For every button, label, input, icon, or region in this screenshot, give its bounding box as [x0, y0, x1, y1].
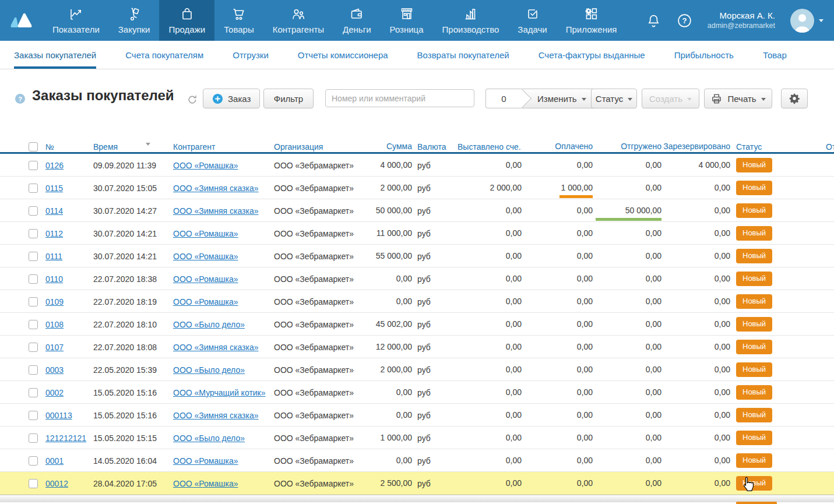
table-row[interactable]: 0112 30.07.2020 14:21 ООО «Ромашка» ООО … — [0, 222, 834, 245]
order-number-link[interactable]: 0107 — [45, 343, 64, 352]
nav-item-money[interactable]: Деньги — [333, 0, 380, 41]
counterparty-link[interactable]: ООО «Ромашка» — [173, 479, 238, 488]
status-badge[interactable]: Новый — [736, 158, 772, 172]
counterparty-link[interactable]: ООО «Зимняя сказка» — [173, 184, 259, 193]
status-badge[interactable]: Новый — [736, 385, 772, 400]
user-block[interactable]: Морская А. К. admin@zebramarket — [708, 10, 775, 30]
table-row[interactable]: 0111 30.07.2020 14:21 ООО «Ромашка» ООО … — [0, 245, 834, 267]
status-badge[interactable]: Новый — [736, 272, 772, 286]
row-checkbox[interactable] — [29, 274, 38, 284]
order-number-link[interactable]: 0108 — [45, 320, 64, 329]
filter-button[interactable]: Фильтр — [263, 89, 314, 108]
header-time[interactable]: Время — [93, 142, 173, 151]
table-row[interactable]: 0003 22.05.2020 15:39 ООО «Было дело» ОО… — [0, 358, 834, 381]
user-menu[interactable] — [790, 9, 824, 33]
order-number-link[interactable]: 0110 — [45, 274, 63, 284]
change-button[interactable]: Изменить — [522, 89, 596, 108]
header-organization[interactable]: Организация — [274, 142, 356, 151]
table-row[interactable]: 00012 28.04.2020 17:05 ООО «Ромашка» ООО… — [0, 472, 834, 495]
nav-item-apps[interactable]: Приложения — [557, 0, 627, 41]
nav-item-purchases[interactable]: Закупки — [109, 0, 160, 41]
status-badge[interactable]: Новый — [736, 362, 772, 377]
app-logo[interactable] — [0, 0, 43, 41]
status-badge[interactable]: Новый — [736, 249, 772, 263]
counterparty-link[interactable]: ООО «Мурчащий котик» — [173, 388, 266, 397]
status-badge[interactable]: Новый — [736, 203, 772, 218]
nav-item-tasks[interactable]: Задачи — [508, 0, 556, 41]
nav-item-retail[interactable]: Розница — [381, 0, 433, 41]
counterparty-link[interactable]: ООО «Зимняя сказка» — [173, 411, 259, 420]
table-row[interactable]: 0002 15.05.2020 15:16 ООО «Мурчащий коти… — [0, 381, 834, 404]
order-number-link[interactable]: 00012 — [45, 479, 68, 488]
counterparty-link[interactable]: ООО «Ромашка» — [173, 252, 238, 261]
row-checkbox[interactable] — [29, 411, 38, 420]
counterparty-link[interactable]: ООО «Ромашка» — [173, 161, 238, 170]
horizontal-scrollbar[interactable] — [0, 495, 834, 502]
tab-issued-invoices[interactable]: Счета-фактуры выданные — [539, 41, 645, 69]
status-badge[interactable]: Новый — [736, 340, 772, 354]
help-icon[interactable]: ? — [677, 13, 692, 29]
counterparty-link[interactable]: ООО «Ромашка» — [173, 456, 238, 466]
row-checkbox[interactable] — [29, 161, 38, 170]
counterparty-link[interactable]: ООО «Было дело» — [173, 433, 245, 443]
counterparty-link[interactable]: ООО «Зимняя сказка» — [173, 343, 259, 352]
table-row[interactable]: 0114 30.07.2020 14:27 ООО «Зимняя сказка… — [0, 199, 834, 222]
nav-item-counterparties[interactable]: Контрагенты — [263, 0, 333, 41]
order-number-link[interactable]: 0001 — [45, 456, 64, 466]
row-checkbox[interactable] — [29, 343, 38, 352]
order-number-link[interactable]: 0111 — [45, 252, 62, 261]
nav-item-production[interactable]: Производство — [433, 0, 509, 41]
status-badge[interactable]: Новый — [736, 294, 772, 309]
row-checkbox[interactable] — [29, 388, 38, 397]
nav-item-indicators[interactable]: Показатели — [43, 0, 109, 41]
notifications-bell-icon[interactable] — [646, 13, 661, 29]
table-row[interactable]: 0001 14.05.2020 16:04 ООО «Ромашка» ООО … — [0, 449, 834, 472]
row-checkbox[interactable] — [29, 206, 38, 216]
table-row[interactable]: 0108 22.07.2020 18:10 ООО «Было дело» ОО… — [0, 313, 834, 336]
order-number-link[interactable]: 0115 — [45, 184, 63, 193]
header-currency[interactable]: Валюта — [412, 142, 451, 151]
status-badge[interactable]: Новый — [736, 431, 772, 445]
header-counterparty[interactable]: Контрагент — [173, 142, 274, 151]
counterparty-link[interactable]: ООО «Было дело» — [173, 365, 245, 375]
select-all-checkbox[interactable] — [29, 142, 38, 151]
counterparty-link[interactable]: ООО «Было дело» — [173, 320, 245, 329]
tab-customer-invoices[interactable]: Счета покупателям — [125, 41, 203, 69]
table-row[interactable]: 0107 22.07.2020 18:08 ООО «Зимняя сказка… — [0, 336, 834, 358]
status-dropdown-button[interactable]: Статус — [591, 89, 637, 108]
tab-shipments[interactable]: Отгрузки — [233, 41, 269, 69]
row-checkbox[interactable] — [29, 320, 38, 329]
refresh-icon[interactable] — [187, 94, 198, 107]
table-row[interactable]: 0109 22.07.2020 18:19 ООО «Ромашка» ООО … — [0, 290, 834, 313]
tab-customer-returns[interactable]: Возвраты покупателей — [417, 41, 509, 69]
row-checkbox[interactable] — [29, 297, 38, 306]
create-dropdown-button-disabled[interactable]: Создать — [642, 89, 699, 108]
counterparty-link[interactable]: ООО «Зимняя сказка» — [173, 206, 259, 216]
order-number-link[interactable]: 0126 — [45, 161, 64, 170]
order-number-link[interactable]: 0109 — [45, 297, 64, 306]
header-number[interactable]: № — [45, 142, 93, 151]
print-dropdown-button[interactable]: Печать — [704, 89, 772, 108]
row-checkbox[interactable] — [29, 252, 38, 261]
table-row[interactable]: 0110 22.07.2020 18:38 ООО «Ромашка» ООО … — [0, 267, 834, 290]
tab-goods-clipped[interactable]: Товар — [763, 41, 787, 69]
table-row[interactable]: 121212121 15.05.2020 15:15 ООО «Было дел… — [0, 427, 834, 449]
table-row[interactable]: 0115 30.07.2020 15:05 ООО «Зимняя сказка… — [0, 177, 834, 199]
row-checkbox[interactable] — [29, 433, 38, 443]
row-checkbox[interactable] — [29, 479, 38, 488]
status-badge[interactable]: Новый — [736, 181, 772, 195]
settings-gear-button[interactable] — [781, 89, 808, 108]
table-row[interactable]: 0126 09.09.2020 11:39 ООО «Ромашка» ООО … — [0, 154, 834, 177]
row-checkbox[interactable] — [29, 365, 38, 375]
status-badge[interactable]: Новый — [736, 408, 772, 422]
row-checkbox[interactable] — [29, 184, 38, 193]
order-number-link[interactable]: 121212121 — [45, 433, 86, 443]
tab-profitability[interactable]: Прибыльность — [674, 41, 734, 69]
row-checkbox[interactable] — [29, 456, 38, 466]
counterparty-link[interactable]: ООО «Ромашка» — [173, 229, 238, 238]
status-badge[interactable]: Новый — [736, 476, 772, 491]
tab-customer-orders[interactable]: Заказы покупателей — [14, 41, 96, 69]
status-badge[interactable]: Новый — [736, 453, 772, 468]
order-number-link[interactable]: 0114 — [45, 206, 63, 216]
order-number-link[interactable]: 0112 — [45, 229, 63, 238]
